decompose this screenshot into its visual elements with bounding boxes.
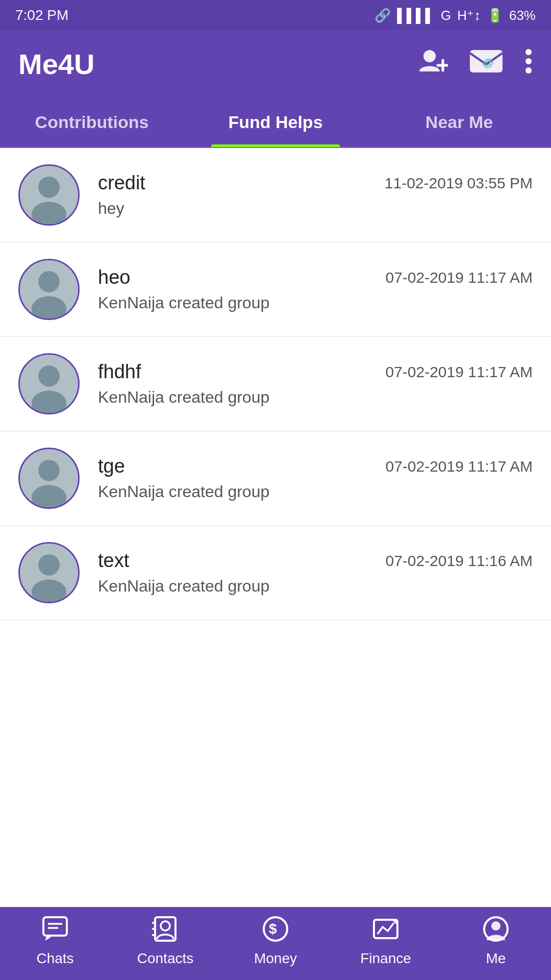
avatar xyxy=(18,542,80,603)
svg-point-18 xyxy=(38,460,60,481)
list-item[interactable]: tge 07-02-2019 11:17 AM KenNaija created… xyxy=(0,431,551,526)
svg-text:$: $ xyxy=(269,921,277,937)
item-name: fhdhf xyxy=(98,361,141,383)
nav-item-finance[interactable]: Finance xyxy=(331,916,441,967)
svg-point-0 xyxy=(423,50,436,62)
link-icon: 🔗 xyxy=(374,8,391,23)
item-time: 07-02-2019 11:17 AM xyxy=(385,363,533,381)
item-subtitle: KenNaija created group xyxy=(98,482,533,501)
avatar xyxy=(18,448,80,509)
avatar xyxy=(18,353,80,414)
nav-item-chats[interactable]: Chats xyxy=(0,916,110,967)
nav-item-me[interactable]: Me xyxy=(441,916,551,967)
bottom-nav: Chats Contacts $ Money xyxy=(0,907,551,980)
mail-icon[interactable]: @ xyxy=(468,46,504,82)
nav-label-contacts: Contacts xyxy=(137,950,194,967)
item-info: fhdhf 07-02-2019 11:17 AM KenNaija creat… xyxy=(98,361,533,407)
item-subtitle: KenNaija created group xyxy=(98,293,533,312)
signal-icon: ▌▌▌▌ xyxy=(397,8,435,23)
item-info: tge 07-02-2019 11:17 AM KenNaija created… xyxy=(98,455,533,501)
list-item[interactable]: credit 11-02-2019 03:55 PM hey xyxy=(0,148,551,242)
list-item[interactable]: text 07-02-2019 11:16 AM KenNaija create… xyxy=(0,526,551,620)
item-top: credit 11-02-2019 03:55 PM xyxy=(98,172,533,194)
nav-label-me: Me xyxy=(486,950,506,967)
nav-label-chats: Chats xyxy=(36,950,73,967)
status-bar: 7:02 PM 🔗 ▌▌▌▌ G H⁺↕ 🔋 63% xyxy=(0,0,551,31)
svg-point-27 xyxy=(161,921,170,930)
tab-fund-helps[interactable]: Fund Helps xyxy=(184,97,367,147)
finance-icon xyxy=(372,916,399,946)
item-info: heo 07-02-2019 11:17 AM KenNaija created… xyxy=(98,266,533,312)
list-item[interactable]: heo 07-02-2019 11:17 AM KenNaija created… xyxy=(0,242,551,337)
svg-point-5 xyxy=(525,49,532,55)
svg-point-6 xyxy=(525,58,532,64)
app-bar: Me4U @ xyxy=(0,31,551,97)
battery-icon: 🔋 xyxy=(487,8,503,23)
contacts-icon xyxy=(152,916,179,946)
svg-point-15 xyxy=(38,365,60,387)
item-name: heo xyxy=(98,266,130,288)
item-top: text 07-02-2019 11:16 AM xyxy=(98,550,533,572)
tab-bar: Contributions Fund Helps Near Me xyxy=(0,97,551,148)
nav-label-finance: Finance xyxy=(360,950,411,967)
item-subtitle: KenNaija created group xyxy=(98,577,533,596)
item-subtitle: hey xyxy=(98,199,533,218)
tab-contributions[interactable]: Contributions xyxy=(0,97,184,147)
item-top: tge 07-02-2019 11:17 AM xyxy=(98,455,533,477)
avatar xyxy=(18,164,80,226)
svg-text:@: @ xyxy=(483,56,493,69)
battery-level: 63% xyxy=(509,8,536,23)
item-name: credit xyxy=(98,172,145,194)
svg-point-21 xyxy=(38,554,60,576)
item-time: 11-02-2019 03:55 PM xyxy=(385,175,533,192)
svg-point-7 xyxy=(525,67,532,74)
tab-near-me[interactable]: Near Me xyxy=(367,97,551,147)
app-title: Me4U xyxy=(18,47,94,81)
avatar xyxy=(18,259,80,320)
item-subtitle: KenNaija created group xyxy=(98,388,533,407)
status-right: 🔗 ▌▌▌▌ G H⁺↕ 🔋 63% xyxy=(374,8,536,23)
more-icon[interactable] xyxy=(524,46,533,82)
money-icon: $ xyxy=(262,916,289,946)
item-info: text 07-02-2019 11:16 AM KenNaija create… xyxy=(98,550,533,596)
signal-g: G xyxy=(441,8,451,23)
list-item[interactable]: fhdhf 07-02-2019 11:17 AM KenNaija creat… xyxy=(0,337,551,431)
item-name: tge xyxy=(98,455,125,477)
app-bar-actions: @ xyxy=(417,46,533,82)
svg-rect-23 xyxy=(43,917,67,936)
add-contact-icon[interactable] xyxy=(417,46,448,82)
chats-icon xyxy=(42,916,68,946)
item-info: credit 11-02-2019 03:55 PM hey xyxy=(98,172,533,218)
item-time: 07-02-2019 11:17 AM xyxy=(385,269,533,286)
main-content: credit 11-02-2019 03:55 PM hey heo 07-02… xyxy=(0,148,551,907)
nav-label-money: Money xyxy=(254,950,297,967)
item-name: text xyxy=(98,550,129,572)
item-time: 07-02-2019 11:17 AM xyxy=(385,458,533,475)
nav-item-contacts[interactable]: Contacts xyxy=(110,916,220,967)
status-time: 7:02 PM xyxy=(15,7,68,23)
svg-point-36 xyxy=(491,921,500,930)
svg-point-12 xyxy=(38,271,60,292)
me-icon xyxy=(483,916,509,946)
item-top: fhdhf 07-02-2019 11:17 AM xyxy=(98,361,533,383)
nav-item-money[interactable]: $ Money xyxy=(220,916,331,967)
signal-h: H⁺↕ xyxy=(457,8,481,23)
item-top: heo 07-02-2019 11:17 AM xyxy=(98,266,533,288)
svg-point-9 xyxy=(38,177,60,198)
item-time: 07-02-2019 11:16 AM xyxy=(385,552,533,570)
